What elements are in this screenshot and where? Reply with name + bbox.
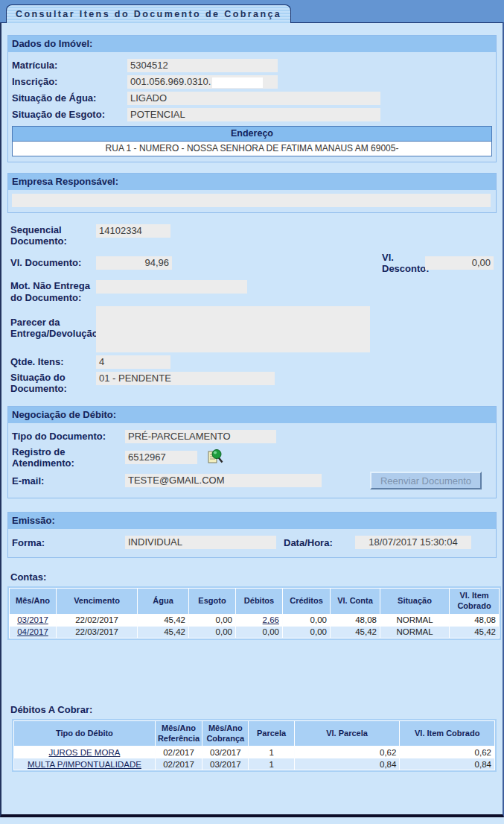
debitos-label: Débitos A Cobrar: [10,704,497,715]
tipo-documento-label: Tipo do Documento: [12,431,125,442]
situacao-cell: NORMAL [380,627,449,638]
tipo-documento-field[interactable]: PRÉ-PARCELAMENTO [125,430,276,443]
inscricao-label: Inscrição: [12,76,127,87]
reenviar-documento-button[interactable]: Reenviar Documento [370,472,482,489]
matricula-field[interactable]: 5304512 [127,59,278,72]
qtde-itens-field[interactable]: 4 [96,355,170,369]
page-title: Consultar Itens do Documento de Cobrança [16,9,281,19]
document-magnifier-icon[interactable] [206,449,224,466]
main-frame: Dados do Imóvel: Matrícula: 5304512 Insc… [0,22,504,817]
section-dados-imovel: Dados do Imóvel: Matrícula: 5304512 Insc… [7,35,497,162]
debitos-table: Tipo do Débito Mês/Ano Referência Mês/An… [12,719,497,773]
endereco-value: RUA 1 - NUMERO - NOSSA SENHORA DE FATIMA… [13,142,491,156]
sequencial-documento-field[interactable]: 14102334 [96,224,170,238]
section-header-negociacao: Negociação de Débito: [8,407,496,423]
data-hora-label: Data/Hora: [284,537,336,548]
situacao-esgoto-label: Situação de Esgoto: [12,109,127,120]
situacao-documento-field[interactable]: 01 - PENDENTE [96,372,275,385]
debitos-header-row: Tipo do Débito Mês/Ano Referência Mês/An… [14,721,494,747]
mes-ano-link[interactable]: 04/2017 [17,627,48,636]
contas-label: Contas: [10,571,497,583]
vl-desconto-field[interactable]: 0,00 [425,256,494,270]
empresa-field[interactable] [12,194,491,207]
forma-field[interactable]: INDIVIDUAL [125,536,276,549]
registro-atendimento-label: Registro de Atendimento: [12,446,125,469]
registro-atendimento-field[interactable]: 6512967 [125,451,197,464]
documento-fields: Sequencial Documento: 14102334 Vl. Docum… [10,224,495,395]
tipo-debito-link[interactable]: MULTA P/IMPONTUALIDADE [28,760,141,769]
debitos-row: JUROS DE MORA 02/2017 03/2017 1 0,62 0,6… [14,747,494,758]
debitos-row: MULTA P/IMPONTUALIDADE 02/2017 03/2017 1… [14,758,494,770]
situacao-esgoto-field[interactable]: POTENCIAL [127,108,380,121]
email-field[interactable]: TESTE@GMAIL.COM [125,474,322,487]
situacao-cell: NORMAL [380,615,449,626]
section-empresa-responsavel: Empresa Responsável: [7,173,497,213]
section-header-emissao: Emissão: [8,513,496,529]
vl-documento-field[interactable]: 94,96 [96,256,172,270]
situacao-agua-label: Situação de Água: [12,92,127,104]
parecer-label: Parecer da Entrega/Devolução: [10,306,96,340]
mot-nao-entrega-label: Mot. Não Entrega do Documento: [10,280,96,303]
data-hora-field[interactable]: 18/07/2017 15:30:04 [355,536,471,549]
matricula-label: Matrícula: [12,60,127,71]
inscricao-field[interactable]: 001.056.969.0310. [127,75,278,89]
email-label: E-mail: [12,475,125,487]
forma-label: Forma: [12,537,125,548]
contas-table: Mês/Ano Vencimento Água Esgoto Débitos C… [7,586,501,640]
contas-row: 04/2017 22/03/2017 45,42 0,00 0,00 0,00 … [10,627,499,638]
section-negociacao-debito: Negociação de Débito: Tipo do Documento:… [7,406,497,499]
mot-nao-entrega-field[interactable] [96,280,247,294]
tipo-debito-link[interactable]: JUROS DE MORA [49,748,121,757]
mes-ano-link[interactable]: 03/2017 [17,615,48,624]
debitos-valor-link[interactable]: 2,66 [263,615,279,624]
vl-desconto-label: Vl. Desconto: [382,252,425,275]
endereco-table: Endereço RUA 1 - NUMERO - NOSSA SENHORA … [12,126,492,156]
redaction-patch [212,77,263,88]
endereco-header: Endereço [13,127,491,142]
contas-header-row: Mês/Ano Vencimento Água Esgoto Débitos C… [10,589,499,614]
contas-row: 03/2017 22/02/2017 45,42 0,00 2,66 0,00 … [10,615,499,626]
parecer-textarea[interactable] [96,306,370,352]
qtde-itens-label: Qtde. Itens: [10,356,96,367]
situacao-documento-label: Situação do Documento: [10,372,96,395]
section-emissao: Emissão: Forma: INDIVIDUAL Data/Hora: 18… [7,512,497,558]
sequencial-documento-label: Sequencial Documento: [10,224,96,247]
section-header-dados-imovel: Dados do Imóvel: [8,36,496,52]
vl-documento-label: Vl. Documento: [10,257,96,268]
section-header-empresa: Empresa Responsável: [8,174,496,190]
window-title-tab: Consultar Itens do Documento de Cobrança [6,4,291,23]
situacao-agua-field[interactable]: LIGADO [127,92,380,105]
